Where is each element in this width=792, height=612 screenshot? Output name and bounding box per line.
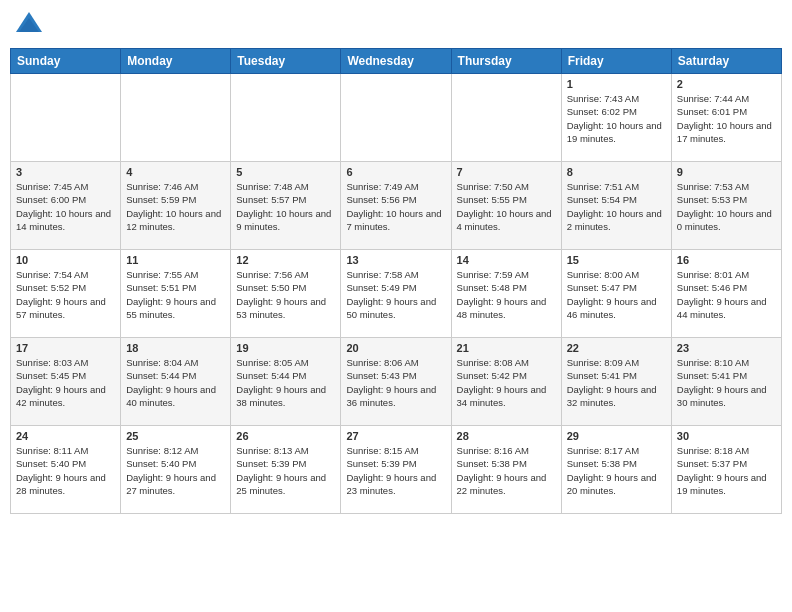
- day-info: Sunrise: 8:13 AM Sunset: 5:39 PM Dayligh…: [236, 444, 335, 497]
- calendar-cell: 3Sunrise: 7:45 AM Sunset: 6:00 PM Daylig…: [11, 162, 121, 250]
- calendar-cell: 16Sunrise: 8:01 AM Sunset: 5:46 PM Dayli…: [671, 250, 781, 338]
- day-info: Sunrise: 7:50 AM Sunset: 5:55 PM Dayligh…: [457, 180, 556, 233]
- calendar-week-1: 1Sunrise: 7:43 AM Sunset: 6:02 PM Daylig…: [11, 74, 782, 162]
- calendar-cell: 17Sunrise: 8:03 AM Sunset: 5:45 PM Dayli…: [11, 338, 121, 426]
- calendar-cell: 13Sunrise: 7:58 AM Sunset: 5:49 PM Dayli…: [341, 250, 451, 338]
- header-friday: Friday: [561, 49, 671, 74]
- calendar-cell: 27Sunrise: 8:15 AM Sunset: 5:39 PM Dayli…: [341, 426, 451, 514]
- calendar-cell: [341, 74, 451, 162]
- calendar-cell: 10Sunrise: 7:54 AM Sunset: 5:52 PM Dayli…: [11, 250, 121, 338]
- day-number: 13: [346, 254, 445, 266]
- day-info: Sunrise: 7:59 AM Sunset: 5:48 PM Dayligh…: [457, 268, 556, 321]
- day-number: 5: [236, 166, 335, 178]
- day-info: Sunrise: 8:01 AM Sunset: 5:46 PM Dayligh…: [677, 268, 776, 321]
- calendar-cell: 19Sunrise: 8:05 AM Sunset: 5:44 PM Dayli…: [231, 338, 341, 426]
- calendar-cell: 28Sunrise: 8:16 AM Sunset: 5:38 PM Dayli…: [451, 426, 561, 514]
- calendar-cell: [231, 74, 341, 162]
- day-info: Sunrise: 7:58 AM Sunset: 5:49 PM Dayligh…: [346, 268, 445, 321]
- day-info: Sunrise: 8:15 AM Sunset: 5:39 PM Dayligh…: [346, 444, 445, 497]
- day-number: 7: [457, 166, 556, 178]
- day-info: Sunrise: 7:51 AM Sunset: 5:54 PM Dayligh…: [567, 180, 666, 233]
- calendar-cell: 9Sunrise: 7:53 AM Sunset: 5:53 PM Daylig…: [671, 162, 781, 250]
- day-info: Sunrise: 7:49 AM Sunset: 5:56 PM Dayligh…: [346, 180, 445, 233]
- day-info: Sunrise: 7:43 AM Sunset: 6:02 PM Dayligh…: [567, 92, 666, 145]
- day-number: 30: [677, 430, 776, 442]
- day-info: Sunrise: 7:44 AM Sunset: 6:01 PM Dayligh…: [677, 92, 776, 145]
- day-number: 4: [126, 166, 225, 178]
- calendar-cell: [121, 74, 231, 162]
- day-number: 8: [567, 166, 666, 178]
- header-tuesday: Tuesday: [231, 49, 341, 74]
- calendar-week-3: 10Sunrise: 7:54 AM Sunset: 5:52 PM Dayli…: [11, 250, 782, 338]
- day-number: 17: [16, 342, 115, 354]
- day-info: Sunrise: 8:10 AM Sunset: 5:41 PM Dayligh…: [677, 356, 776, 409]
- header-sunday: Sunday: [11, 49, 121, 74]
- calendar-cell: 2Sunrise: 7:44 AM Sunset: 6:01 PM Daylig…: [671, 74, 781, 162]
- day-info: Sunrise: 7:46 AM Sunset: 5:59 PM Dayligh…: [126, 180, 225, 233]
- calendar-cell: 21Sunrise: 8:08 AM Sunset: 5:42 PM Dayli…: [451, 338, 561, 426]
- calendar-header-row: SundayMondayTuesdayWednesdayThursdayFrid…: [11, 49, 782, 74]
- calendar-cell: 23Sunrise: 8:10 AM Sunset: 5:41 PM Dayli…: [671, 338, 781, 426]
- calendar-cell: 30Sunrise: 8:18 AM Sunset: 5:37 PM Dayli…: [671, 426, 781, 514]
- header-monday: Monday: [121, 49, 231, 74]
- day-number: 19: [236, 342, 335, 354]
- day-number: 11: [126, 254, 225, 266]
- day-number: 18: [126, 342, 225, 354]
- calendar-table: SundayMondayTuesdayWednesdayThursdayFrid…: [10, 48, 782, 514]
- day-number: 2: [677, 78, 776, 90]
- calendar-cell: 24Sunrise: 8:11 AM Sunset: 5:40 PM Dayli…: [11, 426, 121, 514]
- calendar-cell: 4Sunrise: 7:46 AM Sunset: 5:59 PM Daylig…: [121, 162, 231, 250]
- day-info: Sunrise: 7:45 AM Sunset: 6:00 PM Dayligh…: [16, 180, 115, 233]
- calendar-cell: 8Sunrise: 7:51 AM Sunset: 5:54 PM Daylig…: [561, 162, 671, 250]
- day-number: 25: [126, 430, 225, 442]
- day-number: 14: [457, 254, 556, 266]
- calendar-cell: 26Sunrise: 8:13 AM Sunset: 5:39 PM Dayli…: [231, 426, 341, 514]
- day-info: Sunrise: 8:12 AM Sunset: 5:40 PM Dayligh…: [126, 444, 225, 497]
- day-number: 16: [677, 254, 776, 266]
- day-info: Sunrise: 8:00 AM Sunset: 5:47 PM Dayligh…: [567, 268, 666, 321]
- day-number: 26: [236, 430, 335, 442]
- day-info: Sunrise: 8:17 AM Sunset: 5:38 PM Dayligh…: [567, 444, 666, 497]
- day-number: 24: [16, 430, 115, 442]
- header-thursday: Thursday: [451, 49, 561, 74]
- calendar-cell: [451, 74, 561, 162]
- day-info: Sunrise: 8:04 AM Sunset: 5:44 PM Dayligh…: [126, 356, 225, 409]
- calendar-week-4: 17Sunrise: 8:03 AM Sunset: 5:45 PM Dayli…: [11, 338, 782, 426]
- calendar-cell: 1Sunrise: 7:43 AM Sunset: 6:02 PM Daylig…: [561, 74, 671, 162]
- day-number: 29: [567, 430, 666, 442]
- day-info: Sunrise: 8:18 AM Sunset: 5:37 PM Dayligh…: [677, 444, 776, 497]
- day-info: Sunrise: 7:55 AM Sunset: 5:51 PM Dayligh…: [126, 268, 225, 321]
- day-info: Sunrise: 7:48 AM Sunset: 5:57 PM Dayligh…: [236, 180, 335, 233]
- calendar-cell: 29Sunrise: 8:17 AM Sunset: 5:38 PM Dayli…: [561, 426, 671, 514]
- calendar-cell: 14Sunrise: 7:59 AM Sunset: 5:48 PM Dayli…: [451, 250, 561, 338]
- calendar-cell: 5Sunrise: 7:48 AM Sunset: 5:57 PM Daylig…: [231, 162, 341, 250]
- day-info: Sunrise: 7:56 AM Sunset: 5:50 PM Dayligh…: [236, 268, 335, 321]
- day-info: Sunrise: 7:54 AM Sunset: 5:52 PM Dayligh…: [16, 268, 115, 321]
- calendar-cell: 11Sunrise: 7:55 AM Sunset: 5:51 PM Dayli…: [121, 250, 231, 338]
- calendar-cell: 18Sunrise: 8:04 AM Sunset: 5:44 PM Dayli…: [121, 338, 231, 426]
- calendar-cell: 7Sunrise: 7:50 AM Sunset: 5:55 PM Daylig…: [451, 162, 561, 250]
- calendar-cell: 15Sunrise: 8:00 AM Sunset: 5:47 PM Dayli…: [561, 250, 671, 338]
- page-header: [10, 10, 782, 40]
- calendar-cell: [11, 74, 121, 162]
- day-number: 12: [236, 254, 335, 266]
- day-number: 15: [567, 254, 666, 266]
- day-info: Sunrise: 8:06 AM Sunset: 5:43 PM Dayligh…: [346, 356, 445, 409]
- calendar-cell: 12Sunrise: 7:56 AM Sunset: 5:50 PM Dayli…: [231, 250, 341, 338]
- day-number: 27: [346, 430, 445, 442]
- calendar-cell: 20Sunrise: 8:06 AM Sunset: 5:43 PM Dayli…: [341, 338, 451, 426]
- day-number: 9: [677, 166, 776, 178]
- day-number: 1: [567, 78, 666, 90]
- day-number: 21: [457, 342, 556, 354]
- day-number: 28: [457, 430, 556, 442]
- calendar-cell: 22Sunrise: 8:09 AM Sunset: 5:41 PM Dayli…: [561, 338, 671, 426]
- header-saturday: Saturday: [671, 49, 781, 74]
- day-info: Sunrise: 8:05 AM Sunset: 5:44 PM Dayligh…: [236, 356, 335, 409]
- day-info: Sunrise: 8:11 AM Sunset: 5:40 PM Dayligh…: [16, 444, 115, 497]
- day-info: Sunrise: 8:03 AM Sunset: 5:45 PM Dayligh…: [16, 356, 115, 409]
- day-number: 3: [16, 166, 115, 178]
- calendar-week-2: 3Sunrise: 7:45 AM Sunset: 6:00 PM Daylig…: [11, 162, 782, 250]
- calendar-week-5: 24Sunrise: 8:11 AM Sunset: 5:40 PM Dayli…: [11, 426, 782, 514]
- day-info: Sunrise: 7:53 AM Sunset: 5:53 PM Dayligh…: [677, 180, 776, 233]
- calendar-cell: 6Sunrise: 7:49 AM Sunset: 5:56 PM Daylig…: [341, 162, 451, 250]
